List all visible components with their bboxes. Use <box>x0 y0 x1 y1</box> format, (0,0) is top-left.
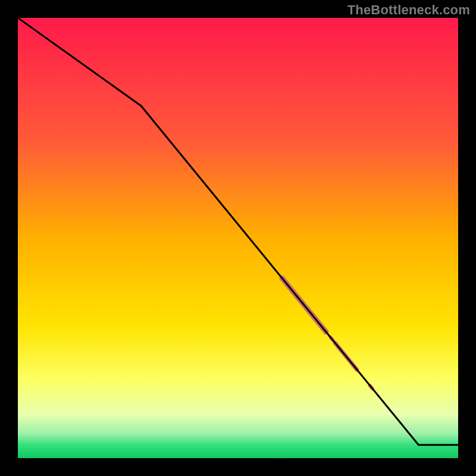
plot-area <box>18 18 458 458</box>
curve-overlay <box>18 18 458 458</box>
bottleneck-curve <box>18 18 458 445</box>
chart-stage: TheBottleneck.com <box>0 0 476 476</box>
attribution-label: TheBottleneck.com <box>347 2 470 18</box>
